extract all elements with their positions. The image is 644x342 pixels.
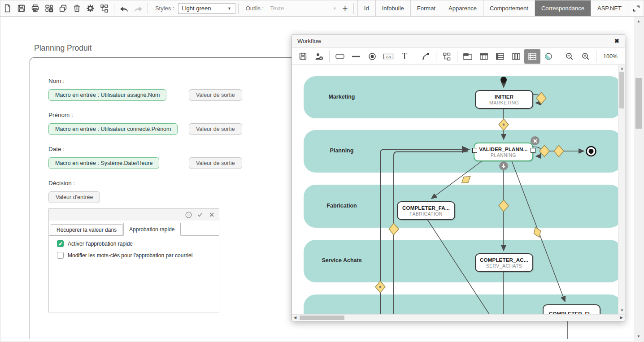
macro-pill-date[interactable]: Macro en entrée : Système.Date/Heure xyxy=(48,157,159,169)
checkbox-label: Modifier les mots-clés pour l'approbatio… xyxy=(68,252,192,259)
wf-zoom-in-button[interactable] xyxy=(578,49,594,64)
toolbar-separator xyxy=(329,51,330,62)
field-label-prenom: Prénom : xyxy=(48,112,73,118)
wf-table-columns-tool[interactable] xyxy=(476,49,492,64)
macro-pill-nom[interactable]: Macro en entrée : Utilisateur assigné.No… xyxy=(48,89,166,101)
tab-aspnet[interactable]: ASP.NET xyxy=(591,0,628,16)
tab-infobulle[interactable]: Infobulle xyxy=(375,0,410,16)
connector-incoming-2[interactable] xyxy=(394,152,468,315)
undo-button[interactable] xyxy=(117,0,131,16)
valeur-sortie-button-date[interactable]: Valeur de sortie xyxy=(189,157,242,169)
org-chart-icon xyxy=(442,52,451,61)
workflow-titlebar[interactable]: Workflow ✖ xyxy=(292,35,625,48)
styles-select[interactable]: Light green ▼ xyxy=(178,3,235,14)
wf-text-tool[interactable]: T xyxy=(396,49,413,64)
valeur-sortie-button-prenom[interactable]: Valeur de sortie xyxy=(189,123,242,135)
scroll-down-arrow[interactable]: ▼ xyxy=(620,309,624,312)
tab-recuperer-valeur[interactable]: Récupérer la valeur dans xyxy=(51,224,122,235)
add-tool-button[interactable]: + xyxy=(339,0,351,16)
toolbar-separator xyxy=(148,3,148,14)
wf-horizontal-lanes-tool[interactable] xyxy=(524,49,540,64)
page-vertical-scrollbar[interactable]: ▲ ▼ xyxy=(634,17,643,341)
scrollbar-thumb[interactable] xyxy=(619,72,624,108)
confirm-button[interactable] xyxy=(196,211,204,218)
expand-node-badge[interactable] xyxy=(499,161,508,170)
node-completer-achats[interactable]: COMPLETER_AC... SERV_ACHATS xyxy=(475,253,533,272)
selection-handle-left[interactable] xyxy=(472,148,477,153)
scroll-right-arrow[interactable]: ▶ xyxy=(620,316,623,320)
decision-panel: Récupérer la valeur dans Approbation rap… xyxy=(48,208,219,312)
wf-theme-tool[interactable] xyxy=(540,49,557,64)
checkbox-modifier-mots-cles[interactable] xyxy=(57,252,64,259)
print-button[interactable] xyxy=(28,0,42,16)
tab-apparence[interactable]: Apparence xyxy=(442,0,483,16)
vertical-lanes-icon xyxy=(512,52,521,61)
horizontal-lanes-icon xyxy=(528,52,537,61)
new-document-button[interactable] xyxy=(0,0,14,16)
zoom-out-icon xyxy=(565,52,574,61)
redo-button[interactable] xyxy=(131,0,145,16)
close-window-button[interactable]: ✖ xyxy=(614,38,619,44)
wf-save-button[interactable] xyxy=(295,49,311,64)
diagram-vertical-scrollbar[interactable]: ▲ ▼ xyxy=(618,65,625,314)
wf-connector-tool[interactable] xyxy=(418,49,434,64)
wf-table-rows-tool[interactable] xyxy=(492,49,508,64)
wf-zoom-out-button[interactable] xyxy=(561,49,578,64)
label-aa-icon: Aa xyxy=(383,52,394,61)
decision-panel-header xyxy=(49,209,219,221)
scrollbar-thumb[interactable] xyxy=(635,78,642,129)
close-panel-button[interactable] xyxy=(208,211,215,218)
wf-end-node-tool[interactable] xyxy=(364,49,380,64)
tab-approbation-rapide[interactable]: Approbation rapide xyxy=(123,223,180,236)
wf-label-tool[interactable]: Aa xyxy=(380,49,396,64)
styles-value: Light green xyxy=(182,5,211,12)
scrollbar-thumb[interactable] xyxy=(300,316,344,320)
macro-pill-prenom[interactable]: Macro en entrée : Utilisateur connecté.P… xyxy=(48,123,178,135)
diagram-horizontal-scrollbar[interactable]: ◀ ▶ xyxy=(292,314,625,320)
save-button[interactable] xyxy=(14,0,28,16)
wf-vertical-lanes-tool[interactable] xyxy=(508,49,524,64)
wf-pool-tool[interactable] xyxy=(460,49,476,64)
node-valider-planning[interactable]: VALIDER_PLANN... PLANNING xyxy=(474,143,533,161)
checkbox-activer-approbation[interactable] xyxy=(57,240,64,247)
start-event[interactable] xyxy=(500,77,507,83)
zoom-level: 100% xyxy=(600,53,621,60)
wf-link-tool[interactable] xyxy=(348,49,364,64)
lane-label-marketing: Marketing xyxy=(304,94,380,100)
delete-node-badge[interactable] xyxy=(531,136,540,145)
gateway-valider-fabrication[interactable] xyxy=(460,173,473,186)
collapse-button[interactable] xyxy=(185,211,192,218)
workflow-diagram[interactable]: Marketing Planning Fabrication Service A… xyxy=(292,65,625,314)
styles-label: Styles : xyxy=(151,0,178,16)
selection-handle-right[interactable] xyxy=(531,148,535,153)
wf-node-tool[interactable] xyxy=(332,49,348,64)
delete-button[interactable] xyxy=(70,0,84,16)
tab-format[interactable]: Format xyxy=(410,0,442,16)
chevron-down-icon: ▼ xyxy=(227,6,231,11)
settings-button[interactable] xyxy=(84,0,98,16)
scroll-down-arrow[interactable]: ▼ xyxy=(637,335,640,338)
tab-comportement[interactable]: Comportement xyxy=(483,0,535,16)
table-columns-icon xyxy=(479,52,488,61)
node-completer-fabrication[interactable]: COMPLETER_FA... FABRICATION xyxy=(397,201,455,220)
scroll-left-arrow[interactable]: ◀ xyxy=(294,316,296,320)
node-initier[interactable]: INITIER MARKETING xyxy=(475,90,533,109)
wf-org-chart-tool[interactable] xyxy=(439,49,455,64)
checkbox-row-modifier: Modifier les mots-clés pour l'approbatio… xyxy=(57,252,192,259)
svg-text:Aa: Aa xyxy=(386,54,391,59)
valeur-sortie-button-nom[interactable]: Valeur de sortie xyxy=(189,89,242,101)
trash-icon xyxy=(73,4,81,13)
tab-correspondance[interactable]: Correspondance xyxy=(535,0,591,16)
scroll-up-arrow[interactable]: ▲ xyxy=(620,67,624,70)
node-completer-fi[interactable]: COMPLETER_FI... xyxy=(543,304,600,314)
svg-text:T: T xyxy=(402,52,407,61)
duplicate-button[interactable] xyxy=(56,0,70,16)
expand-button[interactable] xyxy=(628,0,644,16)
valeur-entree-button[interactable]: Valeur d'entrée xyxy=(48,191,100,203)
tab-id[interactable]: Id xyxy=(357,0,375,16)
hierarchy-button[interactable] xyxy=(97,0,111,16)
wf-add-user-button[interactable] xyxy=(311,49,327,64)
scroll-up-arrow[interactable]: ▲ xyxy=(637,20,640,23)
add-widget-button[interactable] xyxy=(42,0,56,16)
outils-select[interactable]: Texte ▼ xyxy=(267,3,339,14)
